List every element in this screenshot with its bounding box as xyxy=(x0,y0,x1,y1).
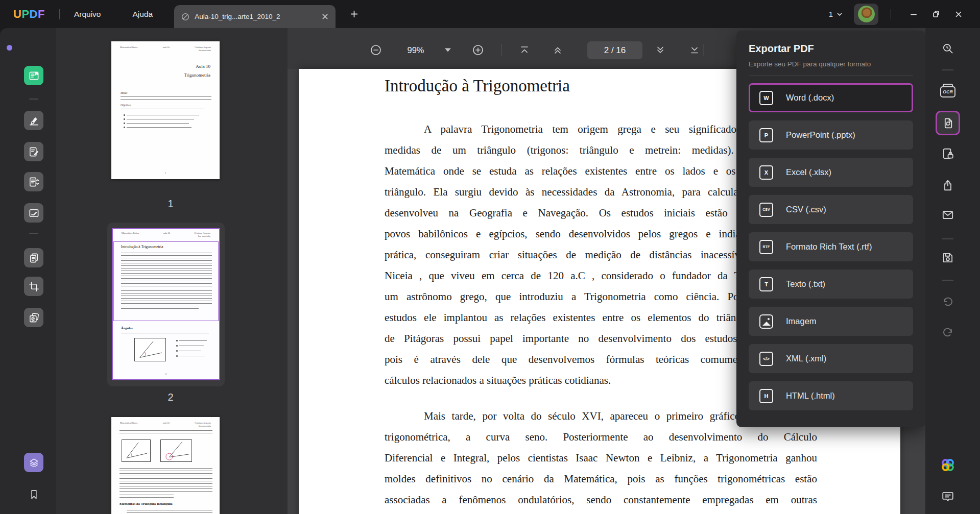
export-option-label: XML (.xml) xyxy=(786,354,826,363)
thumbnail-panel: Matemática Básica aula 10 Cristiane Arge… xyxy=(56,28,288,514)
excel-file-icon: X xyxy=(759,165,773,180)
save-floppy-icon xyxy=(941,251,954,264)
tab-count-dropdown[interactable]: 1 xyxy=(829,10,843,18)
menu-ajuda[interactable]: Ajuda xyxy=(132,10,153,19)
thumb2-header: Matemática Básica aula 10 Cristiane Arge… xyxy=(113,232,219,238)
logo-letter: D xyxy=(30,8,38,21)
export-option-html[interactable]: H HTML (.html) xyxy=(749,381,913,410)
ocr-button[interactable]: OCR xyxy=(940,86,955,97)
csv-file-icon: CSV xyxy=(759,203,773,217)
thumbnail-page-1[interactable]: Matemática Básica aula 10 Cristiane Arge… xyxy=(111,41,220,179)
export-option-label: Texto (.txt) xyxy=(786,279,825,289)
crop-icon xyxy=(28,281,40,292)
restore-button[interactable] xyxy=(925,10,947,18)
layers-panel-button[interactable] xyxy=(24,453,43,472)
titlebar-right: 1 xyxy=(829,4,980,25)
export-options-list: W Word (.docx) P PowerPoint (.pptx) X Ex… xyxy=(749,83,913,410)
export-option-xml[interactable]: </> XML (.xml) xyxy=(749,344,913,373)
thumb1-subtitle: Trigonometria xyxy=(184,72,210,78)
thumb3-header: Matemática Básica aula 10 Cristiane Arge… xyxy=(111,422,220,428)
thumb1-bullet xyxy=(127,127,192,128)
zoom-in-button[interactable] xyxy=(472,44,484,56)
export-option-label: Imagem xyxy=(786,316,817,326)
text-file-icon: T xyxy=(759,277,773,291)
comment-tool-button[interactable] xyxy=(24,142,43,161)
thumb1-header: Matemática Básica aula 10 Cristiane Arge… xyxy=(111,46,220,52)
avatar-photo xyxy=(858,6,875,22)
menu-arquivo[interactable]: Arquivo xyxy=(74,10,101,19)
thumb2-bullet xyxy=(179,340,207,341)
export-panel-title: Exportar PDF xyxy=(749,43,913,55)
page-tools-button[interactable] xyxy=(24,248,43,267)
export-option-image[interactable]: Imagem xyxy=(749,307,913,336)
thumb3-angle-diagram-left xyxy=(122,439,151,462)
updf-ai-button[interactable] xyxy=(940,457,955,473)
search-button[interactable] xyxy=(941,42,954,55)
edit-pdf-button[interactable] xyxy=(24,203,43,223)
zoom-dropdown[interactable] xyxy=(445,48,451,52)
comment-bubble-icon xyxy=(941,490,954,503)
redo-button[interactable] xyxy=(941,326,954,339)
export-option-word[interactable]: W Word (.docx) xyxy=(749,83,913,112)
document-line: moldes definitivos no cenário da Matemát… xyxy=(385,469,817,489)
export-option-rtf[interactable]: RTF Formato Rich Text (.rtf) xyxy=(749,232,913,261)
share-button[interactable] xyxy=(941,179,954,192)
double-chevron-up-icon xyxy=(552,44,564,56)
last-page-button[interactable] xyxy=(688,44,701,56)
first-page-button[interactable] xyxy=(518,44,531,56)
export-option-label: HTML (.html) xyxy=(786,391,835,401)
export-pdf-button-active[interactable] xyxy=(936,111,960,135)
bookmarks-panel-button[interactable] xyxy=(24,484,43,504)
thumb1-bullet xyxy=(127,119,194,119)
document-tab[interactable]: Aula-10_trig...arte1_2010_2 xyxy=(174,5,336,28)
export-option-excel[interactable]: X Excel (.xlsx) xyxy=(749,158,913,187)
zoom-out-icon xyxy=(370,44,382,56)
ocr-icon: OCR xyxy=(940,86,955,97)
logo-letter: P xyxy=(21,8,29,21)
thumbnail-page-2-selected[interactable]: Matemática Básica aula 10 Cristiane Arge… xyxy=(107,223,225,386)
share-icon xyxy=(941,179,954,192)
undo-button[interactable] xyxy=(941,296,954,309)
organize-pages-button[interactable] xyxy=(24,172,43,191)
highlight-tool-button[interactable] xyxy=(24,111,43,130)
thumb1-title: Aula 10 xyxy=(196,64,210,69)
export-option-csv[interactable]: CSV CSV (.csv) xyxy=(749,195,913,224)
minimize-button[interactable] xyxy=(902,10,925,18)
export-option-txt[interactable]: T Texto (.txt) xyxy=(749,270,913,299)
fill-sign-icon xyxy=(28,207,40,219)
account-avatar[interactable] xyxy=(854,4,878,25)
logo-letter: U xyxy=(13,8,21,21)
close-icon xyxy=(954,10,963,18)
right-toolbar: OCR xyxy=(925,28,980,514)
add-tab-button[interactable] xyxy=(350,10,358,18)
zoom-out-button[interactable] xyxy=(370,44,382,56)
feedback-button[interactable] xyxy=(941,490,954,503)
window-controls-divider xyxy=(891,9,891,19)
toolbar-divider xyxy=(29,99,38,100)
crop-tool-button[interactable] xyxy=(24,277,43,296)
previous-page-button[interactable] xyxy=(552,44,564,56)
toolbar-divider xyxy=(942,238,953,239)
rtf-file-icon: RTF xyxy=(759,240,773,254)
watermark-tool-button[interactable] xyxy=(24,308,43,327)
email-button[interactable] xyxy=(941,208,954,222)
permissions-button[interactable] xyxy=(941,147,954,160)
next-page-button[interactable] xyxy=(654,44,666,56)
reader-mode-button[interactable] xyxy=(24,66,43,85)
close-window-button[interactable] xyxy=(947,10,970,18)
page-number-input[interactable]: 2 / 16 xyxy=(587,41,642,59)
titlebar-divider xyxy=(59,9,60,19)
save-button[interactable] xyxy=(941,251,954,264)
thumbnail-page-3[interactable]: Matemática Básica aula 10 Cristiane Arge… xyxy=(111,417,220,514)
close-tab-icon[interactable] xyxy=(321,13,329,20)
zoom-level-value[interactable]: 99% xyxy=(407,45,424,55)
document-line: trigonométrica, a curva seno. Posteriorm… xyxy=(385,427,817,448)
caret-down-icon xyxy=(445,48,451,52)
export-option-powerpoint[interactable]: P PowerPoint (.pptx) xyxy=(749,120,913,150)
thumb1-bullet xyxy=(127,123,189,124)
ai-clover-logo-icon xyxy=(940,457,955,473)
thumb1-text-lines xyxy=(121,109,204,111)
thumb2-bullet xyxy=(179,351,201,351)
highlighter-icon xyxy=(28,115,40,127)
thumb2-bullet xyxy=(179,356,205,356)
